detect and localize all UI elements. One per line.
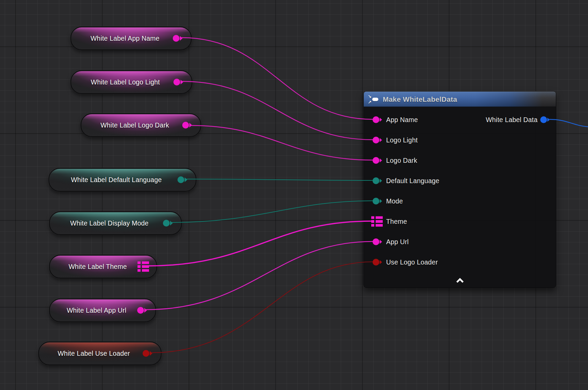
pin-row-app-url: App Url (364, 232, 556, 252)
variable-node-white-label-theme[interactable]: White Label Theme (49, 255, 157, 278)
pin-label: Use Logo Loader (386, 258, 438, 266)
output-pin-group: White Label Data (486, 110, 550, 130)
input-pin-string[interactable] (373, 157, 383, 164)
pin-label: Mode (386, 197, 403, 205)
input-pin-enum[interactable] (373, 177, 383, 184)
input-pin-string[interactable] (373, 238, 383, 246)
variable-node-label: White Label Default Language (62, 176, 183, 184)
pin-label: Logo Light (386, 136, 418, 144)
output-pin-struct[interactable] (540, 116, 550, 123)
pin-rows: App Name White Label Data Logo Light Log… (364, 110, 556, 272)
pin-row-mode: Mode (364, 191, 556, 211)
output-pin-string[interactable] (173, 78, 184, 86)
output-pin-string[interactable] (182, 121, 192, 129)
wire-theme[interactable] (148, 221, 371, 266)
variable-node-white-label-default-language[interactable]: White Label Default Language (48, 168, 196, 192)
variable-node-label: White Label Use Loader (49, 350, 151, 357)
variable-node-white-label-app-url[interactable]: White Label App Url (49, 298, 156, 322)
make-whitelabeldata-node[interactable]: ↘ ↗ Make WhiteLabelData App Name White L… (363, 91, 556, 288)
node-title: Make WhiteLabelData (383, 95, 457, 103)
variable-node-white-label-logo-dark[interactable]: White Label Logo Dark (81, 113, 201, 137)
wire-logo-light[interactable] (182, 81, 373, 140)
collapse-node-button[interactable] (453, 276, 467, 285)
pin-row-logo-dark: Logo Dark (364, 150, 556, 171)
input-pin-enum[interactable] (373, 197, 383, 205)
wire-default-language[interactable] (186, 179, 373, 180)
pin-row-default-language: Default Language (364, 171, 556, 191)
pin-label: Default Language (386, 177, 439, 185)
wire-app-url[interactable] (146, 241, 373, 310)
pin-label: Logo Dark (386, 157, 417, 164)
variable-node-label: White Label Display Mode (61, 219, 169, 227)
output-pin-string[interactable] (173, 35, 183, 42)
variable-node-label: White Label Theme (60, 263, 146, 271)
wire-display-mode[interactable] (172, 201, 373, 222)
pin-label: App Url (386, 238, 408, 246)
pin-label: White Label Data (486, 116, 538, 124)
pin-row-app-name: App Name White Label Data (364, 110, 556, 130)
variable-node-white-label-app-name[interactable]: White Label App Name (70, 26, 192, 50)
variable-node-label: White Label App Url (58, 307, 147, 314)
output-pin-bool[interactable] (143, 350, 153, 357)
variable-node-white-label-logo-light[interactable]: White Label Logo Light (70, 70, 192, 94)
chevron-up-icon (456, 278, 464, 283)
blueprint-graph-canvas[interactable]: White Label App Name White Label Logo Li… (0, 0, 588, 390)
variable-node-label: White Label App Name (82, 35, 180, 42)
output-pin-struct-icon[interactable] (138, 261, 149, 272)
variable-node-label: White Label Logo Dark (92, 121, 190, 129)
make-struct-icon: ↘ ↗ (368, 94, 379, 104)
node-header[interactable]: ↘ ↗ Make WhiteLabelData (364, 92, 556, 107)
pin-label: App Name (386, 116, 418, 124)
pin-row-use-logo-loader: Use Logo Loader (364, 252, 556, 272)
pin-row-theme: Theme (364, 211, 556, 232)
output-pin-enum[interactable] (177, 176, 188, 183)
variable-node-white-label-use-loader[interactable]: White Label Use Loader (38, 342, 162, 365)
input-pin-string[interactable] (373, 116, 383, 123)
pin-label: Theme (386, 218, 407, 226)
wire-use-logo-loader[interactable] (151, 262, 373, 353)
variable-node-white-label-display-mode[interactable]: White Label Display Mode (49, 211, 182, 235)
pin-row-logo-light: Logo Light (364, 130, 556, 150)
wire-logo-dark[interactable] (191, 125, 373, 160)
output-pin-string[interactable] (137, 307, 147, 314)
variable-node-label: White Label Logo Light (82, 78, 181, 86)
input-pin-string[interactable] (373, 136, 383, 144)
wire-app-name[interactable] (182, 38, 373, 119)
input-pin-struct-icon[interactable] (371, 216, 383, 227)
output-pin-enum[interactable] (163, 219, 173, 227)
input-pin-bool[interactable] (373, 258, 383, 266)
